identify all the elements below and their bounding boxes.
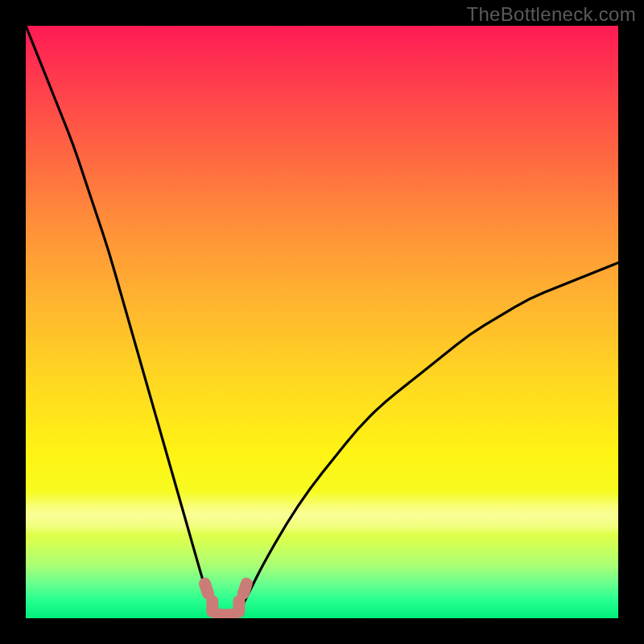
chart-frame: TheBottleneck.com	[0, 0, 644, 644]
curve-markers	[197, 576, 254, 618]
plot-area	[26, 26, 618, 618]
watermark-text: TheBottleneck.com	[466, 3, 636, 26]
chart-svg	[26, 26, 618, 618]
bottleneck-curve	[26, 26, 618, 618]
